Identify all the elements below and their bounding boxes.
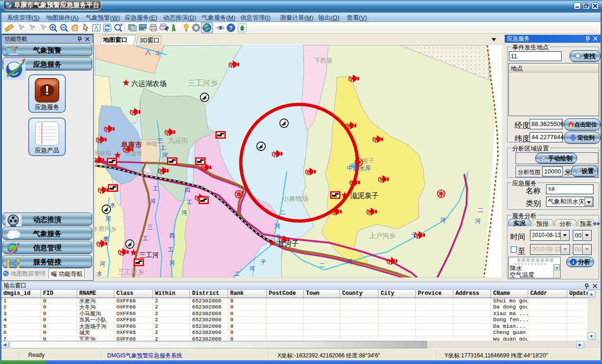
svg-text:河: 河 [275,223,280,229]
svg-text:六运湖农场: 六运湖农场 [131,79,166,87]
svg-text:河: 河 [249,265,255,272]
svg-text:水磨沟乡: 水磨沟乡 [95,225,117,232]
svg-text:河: 河 [100,261,105,267]
svg-text:下西泉: 下西泉 [314,57,333,64]
svg-text:泉子: 泉子 [362,157,374,164]
svg-text:四: 四 [185,187,190,193]
svg-text:河: 河 [169,260,175,266]
svg-text:三工河乡: 三工河乡 [118,268,144,276]
svg-text:河: 河 [475,218,481,224]
svg-text:四: 四 [169,232,175,239]
svg-text:河: 河 [150,198,156,205]
svg-text:工: 工 [187,199,192,206]
svg-text:河: 河 [105,215,111,222]
svg-text:子: 子 [412,231,417,238]
svg-text:河: 河 [347,258,352,265]
svg-text:城关镇: 城关镇 [95,150,111,157]
svg-text:种场: 种场 [146,141,157,147]
svg-text:上户沟乡: 上户沟乡 [369,232,396,239]
svg-text:阜康市: 阜康市 [125,150,142,157]
svg-text:三工河: 三工河 [139,251,159,259]
svg-text:工: 工 [160,145,166,151]
svg-text:阜康市: 阜康市 [120,141,142,149]
svg-text:三工河乡: 三工河乡 [188,79,218,87]
svg-text:河: 河 [182,209,187,216]
svg-text:磨: 磨 [103,236,109,242]
svg-text:中新水库: 中新水库 [347,165,371,172]
svg-text:工: 工 [143,235,148,242]
svg-text:斗: 斗 [155,50,161,57]
svg-text:子: 子 [276,234,281,240]
svg-text:二: 二 [319,262,325,269]
svg-text:八: 八 [145,49,151,55]
svg-text:甘河子: 甘河子 [277,239,299,247]
svg-text:九运街: 九运街 [168,136,188,144]
svg-text:工: 工 [168,246,174,253]
svg-text:水: 水 [96,270,102,277]
svg-text:河: 河 [440,217,446,223]
svg-text:子: 子 [261,259,266,265]
svg-text:河: 河 [162,152,168,158]
svg-text:?: ? [229,25,232,32]
svg-text:三: 三 [157,137,163,144]
svg-text:工: 工 [153,185,158,192]
svg-text:二: 二 [478,207,483,214]
svg-text:小泉牧场: 小泉牧场 [282,195,309,202]
svg-text:二: 二 [234,270,240,277]
svg-text:滋泥泉子: 滋泥泉子 [350,191,379,199]
svg-text:水: 水 [110,202,115,208]
svg-text:i: i [572,260,574,265]
svg-text:二: 二 [280,209,285,216]
svg-text:三: 三 [147,224,153,230]
svg-text:!: ! [45,83,49,97]
